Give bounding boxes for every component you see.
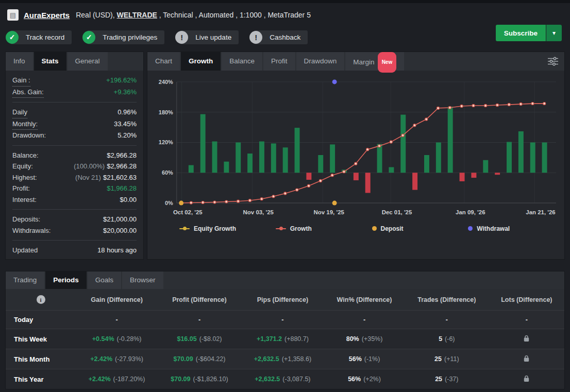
periods-tab-periods[interactable]: Periods bbox=[45, 271, 87, 289]
growth-point[interactable] bbox=[472, 104, 475, 107]
chart-tab-balance[interactable]: Balance bbox=[222, 52, 262, 71]
profit-bar[interactable] bbox=[542, 143, 547, 173]
legend-item-equity-growth[interactable]: Equity Growth bbox=[179, 225, 276, 232]
stats-tab-general[interactable]: General bbox=[68, 52, 108, 71]
stat-label[interactable]: Abs. Gain: bbox=[12, 87, 44, 98]
stat-label[interactable]: Gain : bbox=[12, 75, 30, 87]
legend-item-growth[interactable]: Growth bbox=[276, 225, 372, 232]
growth-point[interactable] bbox=[296, 189, 298, 191]
growth-point[interactable] bbox=[343, 171, 345, 173]
growth-point[interactable] bbox=[448, 106, 451, 109]
stats-tab-info[interactable]: Info bbox=[6, 52, 33, 71]
profit-bar[interactable] bbox=[389, 167, 394, 173]
lock-icon[interactable] bbox=[523, 374, 530, 384]
profit-bar[interactable] bbox=[518, 131, 524, 173]
badge-track-record[interactable]: ✓Track record bbox=[10, 30, 72, 44]
growth-point[interactable] bbox=[225, 200, 228, 203]
info-icon[interactable]: i bbox=[37, 295, 45, 304]
badge-live-update[interactable]: !Live update bbox=[180, 30, 239, 44]
growth-point[interactable] bbox=[213, 201, 216, 203]
profit-bar[interactable] bbox=[448, 107, 453, 173]
growth-point[interactable] bbox=[508, 103, 510, 106]
growth-point[interactable] bbox=[331, 174, 333, 177]
chart-tab-growth[interactable]: Growth bbox=[181, 52, 221, 71]
stat-label[interactable]: Monthly: bbox=[12, 118, 38, 130]
growth-point[interactable] bbox=[260, 198, 263, 200]
chart-settings-button[interactable] bbox=[542, 52, 564, 71]
profit-bar[interactable] bbox=[530, 143, 535, 173]
profit-bar[interactable] bbox=[247, 154, 253, 173]
periods-tab-browser[interactable]: Browser bbox=[122, 271, 163, 289]
account-name-link[interactable]: AuraExperts bbox=[24, 11, 70, 20]
profit-bar[interactable] bbox=[189, 165, 194, 173]
profit-bar[interactable] bbox=[424, 155, 429, 173]
growth-point[interactable] bbox=[366, 148, 369, 151]
loss-bar[interactable] bbox=[365, 173, 371, 193]
periods-tab-goals[interactable]: Goals bbox=[88, 271, 121, 289]
profit-bar[interactable] bbox=[259, 142, 264, 173]
growth-point[interactable] bbox=[531, 102, 534, 105]
profit-bar[interactable] bbox=[483, 160, 488, 173]
profit-bar[interactable] bbox=[436, 143, 441, 173]
loss-bar[interactable] bbox=[354, 173, 359, 180]
deposit-marker[interactable] bbox=[332, 201, 337, 206]
stat-label[interactable]: Daily bbox=[12, 107, 27, 118]
legend-item-withdrawal[interactable]: Withdrawal bbox=[468, 225, 564, 232]
growth-point[interactable] bbox=[437, 107, 439, 109]
growth-point[interactable] bbox=[248, 199, 251, 202]
legend-item-deposit[interactable]: Deposit bbox=[372, 225, 468, 232]
chart-tab-drawdown[interactable]: Drawdown bbox=[296, 52, 345, 71]
profit-bar[interactable] bbox=[283, 147, 288, 173]
profit-bar[interactable] bbox=[271, 143, 276, 173]
profit-bar[interactable] bbox=[330, 144, 335, 173]
chart-tab-profit[interactable]: Profit bbox=[263, 52, 295, 71]
subscribe-button[interactable]: Subscribe bbox=[496, 25, 546, 41]
profit-bar[interactable] bbox=[224, 162, 229, 173]
growth-point[interactable] bbox=[425, 118, 428, 121]
loss-bar[interactable] bbox=[471, 173, 476, 178]
subscribe-caret-icon[interactable]: ▾ bbox=[546, 25, 562, 41]
growth-point[interactable] bbox=[519, 103, 522, 105]
periods-tab-trading[interactable]: Trading bbox=[6, 271, 44, 289]
growth-point[interactable] bbox=[190, 201, 192, 204]
growth-point[interactable] bbox=[543, 102, 546, 105]
profit-bar[interactable] bbox=[236, 143, 241, 173]
loss-bar[interactable] bbox=[460, 173, 465, 181]
profit-bar[interactable] bbox=[507, 142, 512, 173]
growth-chart-svg[interactable]: Oct 02, '25Nov 03, '25Nov 19, '25Dec 01,… bbox=[148, 75, 562, 219]
chart-tab-chart[interactable]: Chart bbox=[147, 52, 180, 71]
loss-bar[interactable] bbox=[306, 173, 311, 180]
loss-bar[interactable] bbox=[412, 173, 417, 190]
deposit-marker[interactable] bbox=[179, 201, 183, 206]
badge-trading-privileges[interactable]: ✓Trading privileges bbox=[87, 30, 164, 44]
growth-point[interactable] bbox=[378, 145, 380, 147]
growth-point[interactable] bbox=[460, 105, 463, 107]
growth-point[interactable] bbox=[401, 134, 404, 137]
growth-point[interactable] bbox=[237, 200, 239, 202]
profit-bar[interactable] bbox=[318, 155, 323, 173]
profit-bar[interactable] bbox=[377, 144, 382, 173]
growth-point[interactable] bbox=[413, 124, 416, 127]
growth-chart[interactable]: Oct 02, '25Nov 03, '25Nov 19, '25Dec 01,… bbox=[147, 71, 564, 221]
growth-point[interactable] bbox=[390, 141, 392, 143]
badge-cashback[interactable]: !Cashback bbox=[254, 30, 308, 44]
broker-link[interactable]: WELTRADE bbox=[117, 11, 157, 19]
profit-bar[interactable] bbox=[200, 114, 206, 173]
growth-point[interactable] bbox=[319, 179, 322, 182]
chart-tab-margin[interactable]: MarginNew bbox=[345, 52, 404, 71]
lock-icon[interactable] bbox=[523, 334, 530, 344]
growth-point[interactable] bbox=[484, 104, 487, 107]
loss-bar[interactable] bbox=[495, 173, 500, 175]
withdrawal-marker[interactable] bbox=[332, 79, 337, 84]
stats-tab-stats[interactable]: Stats bbox=[34, 52, 66, 71]
profit-bar[interactable] bbox=[400, 115, 406, 173]
profit-bar[interactable] bbox=[295, 128, 300, 173]
growth-point[interactable] bbox=[496, 104, 498, 106]
growth-point[interactable] bbox=[284, 192, 287, 195]
growth-point[interactable] bbox=[355, 162, 357, 165]
profit-bar[interactable] bbox=[212, 142, 217, 173]
growth-point[interactable] bbox=[307, 184, 310, 187]
growth-point[interactable] bbox=[202, 201, 204, 203]
lock-icon[interactable] bbox=[523, 354, 530, 364]
growth-point[interactable] bbox=[272, 195, 275, 198]
